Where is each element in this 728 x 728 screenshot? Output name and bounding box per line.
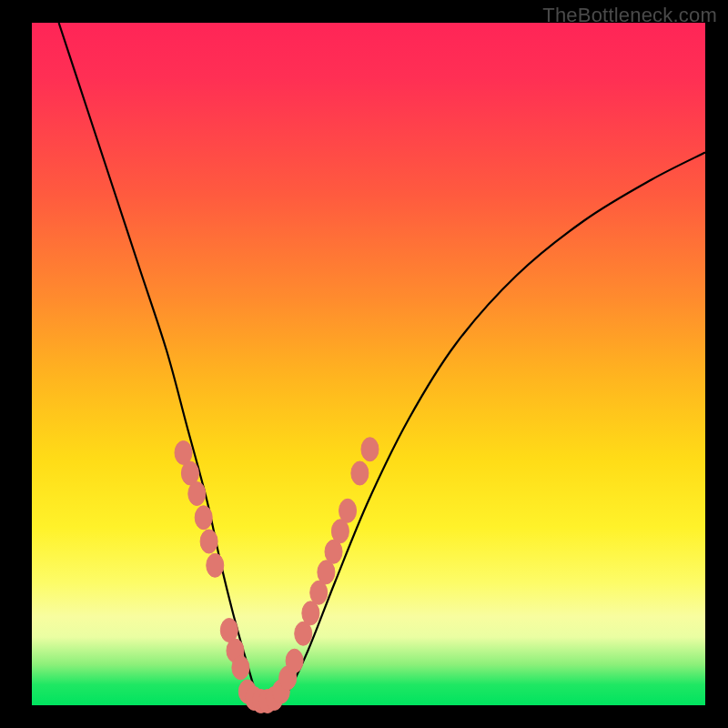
curve-bead bbox=[295, 622, 312, 645]
curve-bead bbox=[200, 530, 217, 553]
curve-bead bbox=[339, 499, 357, 522]
curve-bead bbox=[286, 649, 303, 672]
curve-svg bbox=[32, 23, 705, 705]
curve-bead bbox=[188, 482, 206, 506]
beads-group bbox=[175, 438, 379, 713]
curve-bead bbox=[351, 461, 369, 485]
curve-bead bbox=[318, 561, 335, 584]
curve-bead bbox=[331, 520, 349, 543]
curve-bead bbox=[195, 506, 212, 530]
curve-bead bbox=[207, 553, 224, 577]
curve-bead bbox=[361, 438, 379, 461]
curve-bead bbox=[232, 656, 249, 680]
chart-frame: TheBottleneck.com bbox=[0, 0, 728, 728]
bottleneck-curve bbox=[59, 23, 705, 702]
plot-area bbox=[32, 23, 705, 705]
curve-bead bbox=[302, 602, 319, 625]
curve-bead bbox=[310, 581, 328, 604]
